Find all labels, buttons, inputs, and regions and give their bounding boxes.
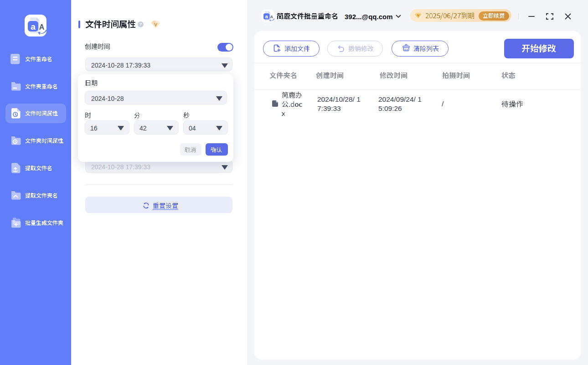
svg-text:A: A: [270, 15, 273, 19]
svg-text:a: a: [31, 22, 36, 31]
svg-text:a: a: [265, 14, 268, 19]
svg-text:A: A: [39, 23, 45, 31]
svg-text:V: V: [417, 13, 419, 17]
